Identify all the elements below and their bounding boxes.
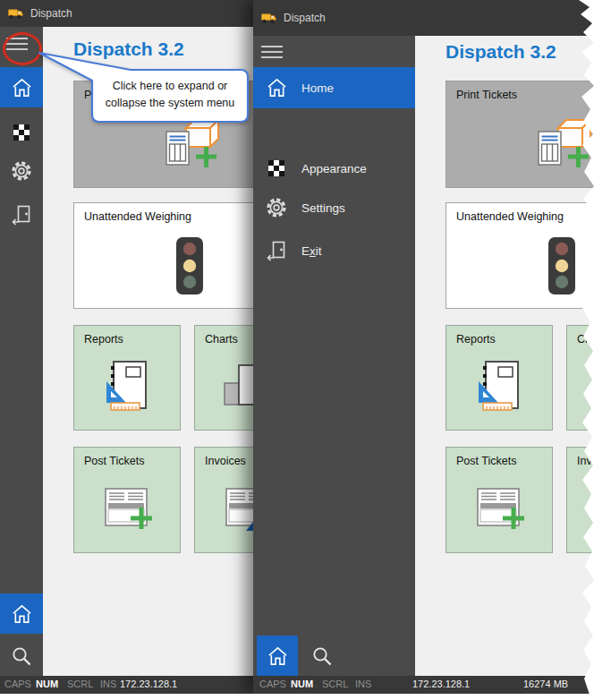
menu-item-settings[interactable]: Settings — [253, 189, 415, 226]
status-caps: CAPS — [259, 679, 286, 689]
magnifier-icon — [11, 645, 32, 667]
bottom-margin — [0, 694, 611, 700]
post-tickets-icon — [446, 467, 552, 552]
sidebar-option-search[interactable] — [0, 637, 43, 675]
door-exit-icon — [11, 204, 32, 226]
window-title: Dispatch — [284, 12, 326, 24]
menu-option-home[interactable] — [257, 636, 298, 676]
traffic-light-icon — [74, 223, 255, 308]
sidebar-item-settings[interactable] — [0, 152, 43, 190]
reports-icon — [446, 346, 552, 430]
screenshot-stage: Dispatch — [0, 0, 611, 700]
truck-icon — [8, 7, 23, 20]
home-icon — [267, 646, 288, 666]
sidebar-option-home[interactable] — [0, 593, 43, 634]
menu-item-exit[interactable]: Exit — [253, 232, 415, 269]
menu-item-label: Appearance — [301, 162, 367, 175]
menu-item-home[interactable]: Home — [253, 67, 415, 108]
menu-item-label: Settings — [301, 201, 345, 215]
gear-icon — [265, 197, 288, 218]
annotation-tooltip-text: Click here to expand or collapse the sys… — [95, 78, 245, 112]
tile-charts[interactable]: Charts — [194, 325, 255, 431]
status-scrl: SCRL — [322, 679, 348, 689]
status-ins: INS — [100, 679, 116, 689]
truck-icon — [261, 12, 276, 24]
tile-invoices[interactable]: Invoices — [194, 447, 255, 553]
menu-item-label: Home — [301, 81, 334, 95]
status-num: NUM — [291, 679, 313, 689]
page-title: Dispatch 3.2 — [446, 41, 556, 63]
home-icon — [12, 604, 32, 624]
status-ins: INS — [355, 679, 371, 689]
menu-panel-expanded: Home Appearance — [253, 36, 415, 676]
status-ip: 172.23.128.1 — [412, 679, 470, 689]
titlebar: Dispatch — [0, 0, 255, 27]
status-caps: CAPS — [4, 679, 31, 689]
dispatch-window-expanded: Dispatch Home — [253, 0, 611, 694]
status-bar: CAPS NUM SCRL INS 172.23.128.1 — [0, 676, 255, 694]
gear-icon — [11, 160, 32, 182]
tile-reports[interactable]: Reports — [73, 325, 181, 431]
window-title: Dispatch — [30, 7, 72, 20]
tile-post-tickets[interactable]: Post Tickets — [73, 447, 181, 553]
home-icon — [265, 78, 288, 98]
invoices-icon — [195, 467, 255, 552]
status-scrl: SCRL — [67, 679, 93, 689]
tile-reports[interactable]: Reports — [446, 325, 553, 431]
menu-item-label: Exit — [301, 244, 322, 258]
status-bar: CAPS NUM SCRL INS 172.23.128.1 16274 MB — [253, 676, 611, 694]
bar-chart-icon — [195, 346, 255, 430]
torn-edge — [577, 0, 611, 695]
status-ip: 172.23.128.1 — [120, 679, 177, 689]
sidebar-item-exit[interactable] — [0, 196, 43, 234]
tile-unattended-weighing[interactable]: Unattended Weighing — [73, 202, 255, 309]
menu-option-search[interactable] — [303, 637, 341, 675]
checkerboard-icon — [265, 159, 288, 177]
titlebar: Dispatch — [253, 0, 611, 36]
door-exit-icon — [265, 240, 288, 261]
post-tickets-icon — [74, 467, 180, 552]
reports-icon — [74, 346, 180, 430]
status-num: NUM — [36, 679, 58, 689]
tile-post-tickets[interactable]: Post Tickets — [446, 447, 553, 553]
magnifier-icon — [311, 645, 333, 667]
status-memory: 16274 MB — [523, 679, 568, 689]
hamburger-menu-button[interactable] — [261, 40, 292, 64]
menu-item-appearance[interactable]: Appearance — [253, 149, 415, 187]
